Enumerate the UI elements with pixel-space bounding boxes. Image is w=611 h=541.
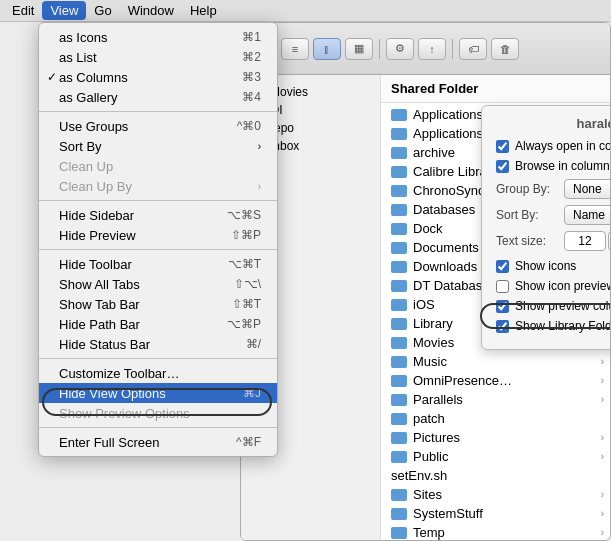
table-row[interactable]: Sites › (381, 485, 610, 504)
table-row[interactable]: patch (381, 409, 610, 428)
toolbar-view-options-btn[interactable]: ⚙ (386, 38, 414, 60)
col-item-label: iOS (413, 297, 435, 312)
menubar: Edit View Go Window Help (0, 0, 611, 22)
toolbar-gallery-btn[interactable]: ▦ (345, 38, 373, 60)
table-row[interactable]: Parallels › (381, 390, 610, 409)
finder-toolbar: ⊞ ≡ ⫿ ▦ ⚙ ↑ 🏷 🗑 (241, 23, 610, 75)
group-by-select[interactable]: None Kind Date Modified (564, 179, 610, 199)
col-item-label: patch (413, 411, 445, 426)
menu-item-hide-sidebar[interactable]: Hide Sidebar ⌥⌘S (39, 205, 277, 225)
menu-item-clean-up-by[interactable]: Clean Up By › (39, 176, 277, 196)
table-row[interactable]: OmniPresence… › (381, 371, 610, 390)
show-preview-column-checkbox[interactable] (496, 300, 509, 313)
col-item-label: Downloads (413, 259, 477, 274)
menu-item-hide-path-bar[interactable]: Hide Path Bar ⌥⌘P (39, 314, 277, 334)
menu-item-hide-view-options[interactable]: Hide View Options ⌘J (39, 383, 277, 403)
menu-item-label: Hide Path Bar (59, 317, 227, 332)
folder-icon (391, 147, 407, 159)
menu-item-label: Show Tab Bar (59, 297, 232, 312)
menu-item-show-all-tabs[interactable]: Show All Tabs ⇧⌥\ (39, 274, 277, 294)
arrow-right-icon: › (601, 356, 604, 367)
folder-icon (391, 185, 407, 197)
table-row[interactable]: setEnv.sh (381, 466, 610, 485)
show-library-folder-checkbox[interactable] (496, 320, 509, 333)
always-open-label: Always open in column view (515, 139, 610, 153)
browse-checkbox[interactable] (496, 160, 509, 173)
menu-item-customize-toolbar[interactable]: Customize Toolbar… (39, 363, 277, 383)
folder-icon (391, 166, 407, 178)
shortcut-label: ⌘2 (242, 50, 261, 64)
finder-main: Shared Folder Applications › Application… (381, 75, 610, 540)
menu-item-hide-preview[interactable]: Hide Preview ⇧⌘P (39, 225, 277, 245)
toolbar-sep-1 (379, 39, 380, 59)
menu-item-label: Clean Up (59, 159, 261, 174)
show-icon-preview-checkbox[interactable] (496, 280, 509, 293)
submenu-arrow-icon: › (258, 181, 261, 192)
menu-separator (39, 358, 277, 359)
menu-item-label: Customize Toolbar… (59, 366, 261, 381)
menu-item-label: Sort By (59, 139, 258, 154)
col-item-label: Sites (413, 487, 442, 502)
table-row[interactable]: Public › (381, 447, 610, 466)
group-by-row: Group By: None Kind Date Modified (496, 179, 610, 199)
always-open-checkbox[interactable] (496, 140, 509, 153)
text-size-unit-select[interactable]: ▼ (608, 231, 610, 251)
menu-item-label: Enter Full Screen (59, 435, 236, 450)
show-icons-checkbox[interactable] (496, 260, 509, 273)
menu-item-as-gallery[interactable]: as Gallery ⌘4 (39, 87, 277, 107)
toolbar-column-btn[interactable]: ⫿ (313, 38, 341, 60)
menu-item-enter-full-screen[interactable]: Enter Full Screen ^⌘F (39, 432, 277, 452)
folder-icon (391, 489, 407, 501)
text-size-input[interactable]: 12 (564, 231, 606, 251)
folder-icon (391, 337, 407, 349)
menu-help[interactable]: Help (182, 1, 225, 20)
table-row[interactable]: Temp › (381, 523, 610, 540)
toolbar-share-btn[interactable]: ↑ (418, 38, 446, 60)
sort-by-label: Sort By: (496, 208, 556, 222)
folder-icon (391, 432, 407, 444)
menu-edit[interactable]: Edit (4, 1, 42, 20)
always-open-row: Always open in column view (496, 139, 610, 153)
col-item-label: Public (413, 449, 448, 464)
col-item-label: Dock (413, 221, 443, 236)
table-row[interactable]: Pictures › (381, 428, 610, 447)
menu-window[interactable]: Window (120, 1, 182, 20)
menu-item-use-groups[interactable]: Use Groups ^⌘0 (39, 116, 277, 136)
shortcut-label: ⌥⌘T (228, 257, 261, 271)
sort-by-select[interactable]: Name Kind Date Modified (564, 205, 610, 225)
menu-item-label: Use Groups (59, 119, 237, 134)
menu-separator (39, 111, 277, 112)
shortcut-label: ⌥⌘S (227, 208, 261, 222)
menu-item-clean-up[interactable]: Clean Up (39, 156, 277, 176)
folder-icon (391, 394, 407, 406)
folder-icon (391, 318, 407, 330)
show-icons-row: Show icons (496, 259, 610, 273)
folder-icon (391, 356, 407, 368)
table-row[interactable]: SystemStuff › (381, 504, 610, 523)
arrow-right-icon: › (601, 451, 604, 462)
shortcut-label: ⇧⌥\ (234, 277, 261, 291)
menu-view[interactable]: View (42, 1, 86, 20)
text-size-label: Text size: (496, 234, 556, 248)
toolbar-tag-btn[interactable]: 🏷 (459, 38, 487, 60)
menu-item-hide-status-bar[interactable]: Hide Status Bar ⌘/ (39, 334, 277, 354)
menu-item-as-icons[interactable]: as Icons ⌘1 (39, 27, 277, 47)
toolbar-list-btn[interactable]: ≡ (281, 38, 309, 60)
menu-go[interactable]: Go (86, 1, 119, 20)
col-item-label: Movies (413, 335, 454, 350)
menu-item-hide-toolbar[interactable]: Hide Toolbar ⌥⌘T (39, 254, 277, 274)
check-icon: ✓ (45, 70, 59, 84)
shortcut-label: ⇧⌘P (231, 228, 261, 242)
toolbar-delete-btn[interactable]: 🗑 (491, 38, 519, 60)
folder-icon (391, 261, 407, 273)
menu-separator (39, 249, 277, 250)
menu-item-sort-by[interactable]: Sort By › (39, 136, 277, 156)
menu-item-show-tab-bar[interactable]: Show Tab Bar ⇧⌘T (39, 294, 277, 314)
menu-item-label: as Gallery (59, 90, 242, 105)
menu-item-label: as List (59, 50, 242, 65)
menu-item-show-preview-options[interactable]: Show Preview Options (39, 403, 277, 423)
menu-item-as-list[interactable]: as List ⌘2 (39, 47, 277, 67)
table-row[interactable]: Music › (381, 352, 610, 371)
menu-item-as-columns[interactable]: ✓ as Columns ⌘3 (39, 67, 277, 87)
folder-icon (391, 128, 407, 140)
